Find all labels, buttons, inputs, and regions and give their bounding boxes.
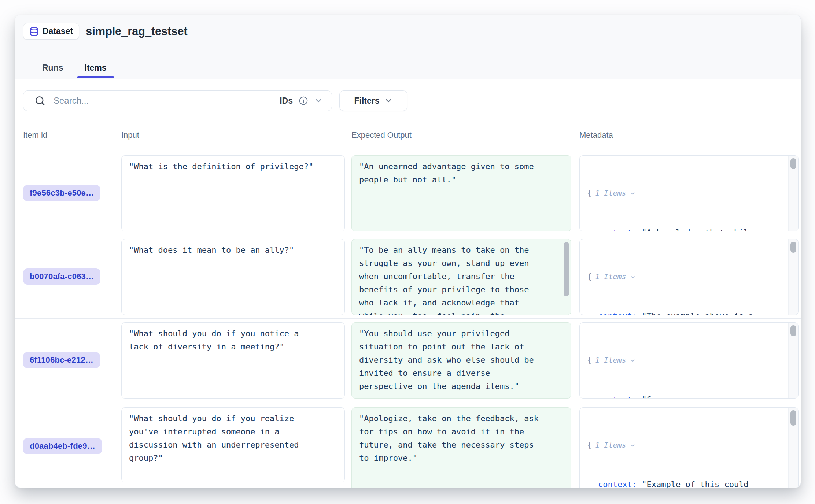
metadata-collapse-row[interactable]: { 1 Items [587, 438, 783, 452]
scrollbar-thumb[interactable] [790, 410, 796, 426]
metadata-content: context: "Acknowledge that while you, to… [587, 226, 783, 231]
table-header: Item id Input Expected Output Metadata [15, 119, 801, 151]
input-cell[interactable]: "What should you do if you realize you'v… [121, 407, 345, 482]
scrollbar-track[interactable] [788, 239, 798, 315]
scrollbar-track[interactable] [788, 408, 798, 488]
expected-output-text: "To be an ally means to take on the stru… [359, 245, 529, 315]
filters-button[interactable]: Filters [339, 90, 408, 111]
column-header-input: Input [121, 119, 139, 151]
item-id-badge[interactable]: f9e56c3b-e50e… [23, 185, 100, 201]
column-header-metadata: Metadata [579, 119, 613, 151]
scrollbar-track[interactable] [788, 323, 798, 398]
tab-items[interactable]: Items [85, 63, 107, 79]
item-id-badge[interactable]: d0aab4eb-fde9… [23, 438, 102, 454]
table-body: f9e56c3b-e50e… "What is the definition o… [15, 152, 801, 488]
context-key: context: [598, 480, 637, 488]
metadata-content: context: "Example of this could be: You … [587, 478, 783, 488]
scrollbar-track[interactable] [788, 156, 798, 231]
info-icon[interactable] [299, 96, 308, 105]
json-brace: { [587, 353, 592, 367]
table-row: b0070afa-c063… "What does it mean to be … [15, 235, 801, 319]
scrollbar-thumb[interactable] [790, 158, 796, 169]
search-input[interactable] [54, 96, 280, 106]
metadata-collapse-row[interactable]: { 1 Items [587, 353, 783, 367]
scrollbar-thumb[interactable] [790, 242, 796, 253]
metadata-cell[interactable]: { 1 Items context: "Acknowledge that whi… [579, 155, 799, 231]
chevron-down-icon[interactable] [630, 357, 636, 364]
expected-output-cell[interactable]: "An unearned advantage given to some peo… [351, 155, 571, 231]
items-count-label: 1 Items [595, 186, 626, 200]
column-header-expected-output: Expected Output [351, 119, 412, 151]
header: Dataset simple_rag_testset Runs Items [15, 15, 801, 79]
metadata-collapse-row[interactable]: { 1 Items [587, 270, 783, 283]
header-title-row: Dataset simple_rag_testset [23, 23, 187, 40]
filters-label: Filters [354, 96, 379, 106]
page-title: simple_rag_testset [86, 25, 187, 38]
search-icon [34, 95, 45, 106]
input-cell[interactable]: "What does it mean to be an ally?" [121, 239, 345, 315]
expected-output-cell[interactable]: "You should use your privileged situatio… [351, 322, 571, 399]
search-field-selector[interactable]: IDs [280, 96, 323, 106]
item-id-badge[interactable]: b0070afa-c063… [23, 268, 100, 285]
json-brace: { [587, 438, 592, 452]
tab-runs[interactable]: Runs [42, 63, 63, 79]
context-key: context: [598, 311, 637, 315]
expected-output-cell[interactable]: "To be an ally means to take on the stru… [351, 239, 571, 315]
metadata-cell[interactable]: { 1 Items context: "The example above is… [579, 239, 799, 315]
metadata-cell[interactable]: { 1 Items context: "Example of this coul… [579, 407, 799, 488]
context-key: context: [598, 228, 637, 231]
table-row: 6f1106bc-e212… "What should you do if yo… [15, 319, 801, 403]
chevron-down-icon [384, 96, 393, 105]
chevron-down-icon[interactable] [630, 442, 636, 449]
dataset-card: Dataset simple_rag_testset Runs Items ID… [15, 15, 801, 488]
input-cell[interactable]: "What is the definition of privilege?" [121, 155, 345, 231]
ids-label: IDs [280, 96, 293, 106]
toolbar: IDs Filters [15, 79, 801, 118]
expected-output-cell[interactable]: "Apologize, take on the feedback, ask fo… [351, 407, 571, 488]
item-id-badge[interactable]: 6f1106bc-e212… [23, 352, 100, 368]
json-brace: { [587, 186, 592, 200]
metadata-content: context: "The example above is a good ex… [587, 310, 783, 315]
scrollbar-thumb[interactable] [564, 242, 569, 296]
chevron-down-icon [314, 96, 323, 105]
metadata-content: context: "Courage Comfortable getting un… [587, 393, 783, 399]
dataset-badge[interactable]: Dataset [23, 23, 79, 40]
json-brace: { [587, 270, 592, 283]
column-header-item-id: Item id [23, 119, 47, 151]
items-count-label: 1 Items [595, 270, 626, 283]
table-row: d0aab4eb-fde9… "What should you do if yo… [15, 403, 801, 488]
dataset-badge-label: Dataset [43, 26, 73, 36]
chevron-down-icon[interactable] [630, 274, 636, 280]
search-box[interactable]: IDs [23, 90, 332, 111]
input-cell[interactable]: "What should you do if you notice a lack… [121, 322, 345, 399]
metadata-cell[interactable]: { 1 Items context: "Courage Comfortable … [579, 322, 799, 399]
page: Dataset simple_rag_testset Runs Items ID… [0, 0, 815, 504]
tab-bar: Runs Items [42, 63, 107, 79]
context-key: context: [598, 395, 637, 399]
database-icon [29, 27, 39, 36]
metadata-collapse-row[interactable]: { 1 Items [587, 186, 783, 200]
table-row: f9e56c3b-e50e… "What is the definition o… [15, 152, 801, 235]
chevron-down-icon[interactable] [630, 190, 636, 197]
scrollbar-thumb[interactable] [790, 325, 796, 336]
items-count-label: 1 Items [595, 438, 626, 452]
items-count-label: 1 Items [595, 353, 626, 367]
